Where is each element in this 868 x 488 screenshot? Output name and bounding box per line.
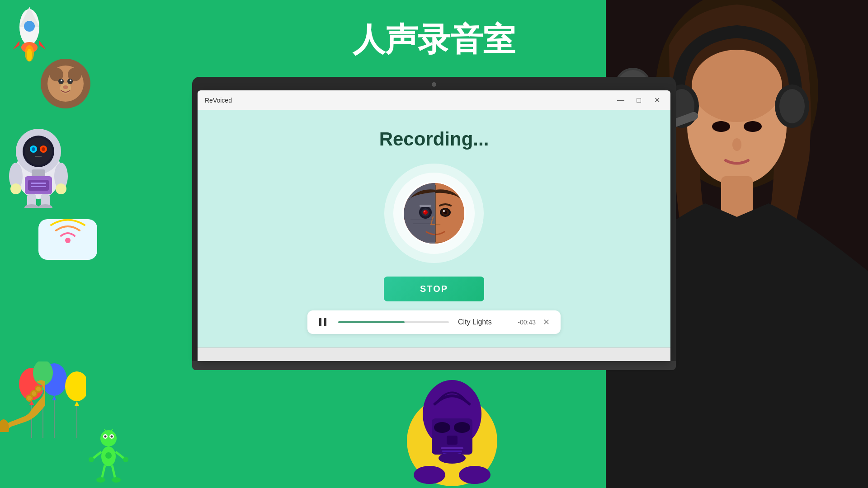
window-content: Recording...	[198, 110, 670, 347]
svg-point-104	[439, 453, 466, 464]
track-name: City Lights	[458, 318, 503, 326]
window-titlebar: ReVoiced — □ ✕	[198, 90, 670, 110]
svg-rect-100	[447, 436, 458, 445]
svg-point-133	[32, 391, 36, 396]
avatar-svg	[404, 183, 466, 245]
svg-point-110	[692, 50, 782, 122]
progress-bar-container[interactable]	[338, 321, 449, 323]
svg-point-128	[0, 419, 9, 432]
svg-point-99	[454, 422, 470, 433]
svg-point-118	[779, 89, 805, 123]
media-player-bar: City Lights -00:43 ✕	[307, 310, 561, 334]
window-bottom-bar	[198, 347, 670, 361]
progress-bar-fill	[338, 321, 405, 323]
svg-point-86	[443, 210, 445, 212]
svg-rect-102	[442, 450, 462, 452]
window-title: ReVoiced	[205, 97, 232, 104]
svg-point-105	[414, 466, 445, 484]
laptop-camera	[432, 82, 436, 87]
trumpet-svg	[0, 373, 45, 432]
svg-rect-101	[441, 447, 463, 449]
laptop-base	[192, 361, 676, 370]
close-track-button[interactable]: ✕	[541, 317, 552, 327]
trumpet-icon	[0, 373, 45, 434]
svg-point-98	[434, 422, 450, 433]
avatar	[402, 182, 466, 245]
svg-point-112	[744, 121, 762, 132]
svg-point-82	[424, 211, 425, 212]
svg-point-106	[459, 466, 491, 484]
svg-point-132	[27, 396, 32, 400]
darth-vader-icon	[407, 360, 497, 488]
close-button[interactable]: ✕	[651, 94, 663, 107]
svg-rect-87	[420, 205, 431, 207]
time-display: -00:43	[509, 319, 536, 326]
svg-rect-93	[319, 318, 321, 326]
pause-icon	[319, 318, 327, 327]
laptop-body: ReVoiced — □ ✕ Recording...	[192, 77, 676, 361]
svg-rect-94	[324, 318, 326, 326]
pause-button[interactable]	[316, 316, 329, 328]
darth-svg	[407, 360, 497, 486]
window-controls: — □ ✕	[614, 94, 663, 107]
svg-point-113	[732, 138, 741, 151]
page-title: 人声录音室	[353, 18, 515, 61]
svg-point-111	[712, 121, 730, 132]
app-window: ReVoiced — □ ✕ Recording...	[198, 90, 670, 361]
maximize-button[interactable]: □	[632, 94, 645, 107]
avatar-container	[384, 164, 484, 263]
recording-status: Recording...	[379, 128, 489, 150]
svg-point-134	[36, 387, 41, 391]
svg-point-81	[423, 210, 428, 215]
laptop-container: ReVoiced — □ ✕ Recording...	[192, 77, 676, 370]
minimize-button[interactable]: —	[614, 94, 627, 107]
stop-button[interactable]: STOP	[384, 277, 484, 301]
svg-rect-114	[721, 176, 753, 217]
